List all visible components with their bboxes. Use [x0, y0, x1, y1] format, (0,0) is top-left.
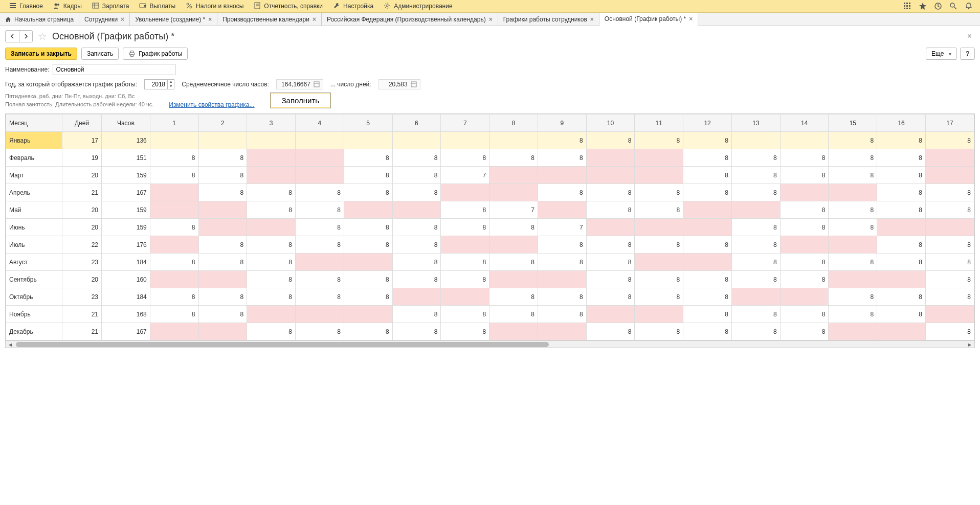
scroll-left-button[interactable]: ◂ — [7, 341, 14, 348]
help-button[interactable]: ? — [960, 48, 975, 60]
day-cell[interactable] — [441, 288, 489, 306]
day-cell[interactable]: 8 — [150, 219, 198, 236]
day-cell[interactable]: 8 — [150, 149, 198, 167]
day-cell[interactable]: 8 — [538, 236, 586, 254]
day-cell[interactable]: 8 — [586, 132, 635, 149]
day-cell[interactable] — [296, 167, 344, 184]
month-cell[interactable]: Октябрь — [6, 288, 62, 306]
hours-cell[interactable]: 184 — [101, 288, 150, 306]
day-cell[interactable] — [296, 306, 344, 323]
day-cell[interactable]: 8 — [344, 271, 392, 288]
col-day-header[interactable]: 3 — [247, 114, 296, 132]
table-row[interactable]: Июнь201598888887888 — [6, 219, 974, 236]
day-cell[interactable] — [247, 132, 296, 149]
day-cell[interactable] — [198, 271, 247, 288]
scroll-right-button[interactable]: ▸ — [966, 341, 973, 348]
day-cell[interactable] — [829, 184, 877, 201]
day-cell[interactable]: 8 — [829, 201, 877, 219]
col-hours-header[interactable]: Часов — [101, 114, 150, 132]
day-cell[interactable]: 8 — [198, 184, 247, 201]
day-cell[interactable]: 8 — [586, 184, 635, 201]
day-cell[interactable]: 8 — [877, 149, 926, 167]
day-cell[interactable]: 8 — [441, 201, 489, 219]
col-month-header[interactable]: Месяц — [6, 114, 62, 132]
days-cell[interactable]: 21 — [62, 323, 102, 340]
day-cell[interactable]: 8 — [247, 184, 296, 201]
day-cell[interactable] — [198, 201, 247, 219]
col-day-header[interactable]: 2 — [198, 114, 247, 132]
day-cell[interactable]: 8 — [780, 306, 829, 323]
hours-cell[interactable]: 167 — [101, 184, 150, 201]
star-icon[interactable] — [919, 2, 927, 10]
day-cell[interactable]: 8 — [683, 236, 732, 254]
days-cell[interactable]: 17 — [62, 132, 102, 149]
day-cell[interactable]: 8 — [926, 236, 974, 254]
day-cell[interactable]: 8 — [780, 254, 829, 271]
table-row[interactable]: Декабрь2116788888888888 — [6, 323, 974, 340]
day-cell[interactable]: 8 — [441, 271, 489, 288]
days-cell[interactable]: 20 — [62, 167, 102, 184]
day-cell[interactable] — [780, 132, 829, 149]
day-cell[interactable]: 8 — [877, 306, 926, 323]
day-cell[interactable]: 8 — [247, 288, 296, 306]
hours-cell[interactable]: 159 — [101, 219, 150, 236]
day-cell[interactable]: 8 — [392, 254, 441, 271]
table-row[interactable]: Апрель21167888888888888 — [6, 184, 974, 201]
day-cell[interactable]: 8 — [441, 306, 489, 323]
day-cell[interactable]: 8 — [538, 254, 586, 271]
day-cell[interactable] — [683, 201, 732, 219]
avg-days-field[interactable]: 20,583 — [378, 79, 420, 89]
col-day-header[interactable]: 16 — [877, 114, 926, 132]
day-cell[interactable]: 8 — [731, 306, 780, 323]
day-cell[interactable]: 8 — [489, 254, 538, 271]
day-cell[interactable] — [586, 149, 635, 167]
day-cell[interactable] — [489, 236, 538, 254]
menu-item[interactable]: Налоги и взносы — [181, 0, 249, 13]
col-day-header[interactable]: 7 — [441, 114, 489, 132]
days-cell[interactable]: 23 — [62, 254, 102, 271]
day-cell[interactable] — [780, 184, 829, 201]
year-up-button[interactable]: ▲ — [168, 80, 174, 84]
table-row[interactable]: Август231848888888888888 — [6, 254, 974, 271]
menu-item[interactable]: Отчетность, справки — [249, 0, 328, 13]
day-cell[interactable]: 8 — [150, 167, 198, 184]
day-cell[interactable]: 8 — [877, 254, 926, 271]
col-day-header[interactable]: 15 — [829, 114, 877, 132]
day-cell[interactable] — [877, 219, 926, 236]
day-cell[interactable]: 8 — [635, 201, 683, 219]
day-cell[interactable]: 8 — [441, 149, 489, 167]
day-cell[interactable]: 8 — [296, 219, 344, 236]
day-cell[interactable]: 8 — [392, 323, 441, 340]
month-cell[interactable]: Сентябрь — [6, 271, 62, 288]
day-cell[interactable]: 8 — [198, 288, 247, 306]
day-cell[interactable]: 8 — [198, 149, 247, 167]
hours-cell[interactable]: 136 — [101, 132, 150, 149]
day-cell[interactable] — [344, 132, 392, 149]
table-row[interactable]: Ноябрь2116888888888888 — [6, 306, 974, 323]
day-cell[interactable]: 8 — [296, 236, 344, 254]
day-cell[interactable]: 8 — [926, 201, 974, 219]
day-cell[interactable]: 8 — [926, 323, 974, 340]
day-cell[interactable]: 8 — [344, 288, 392, 306]
table-row[interactable]: Март201598888788888 — [6, 167, 974, 184]
day-cell[interactable] — [489, 167, 538, 184]
day-cell[interactable]: 8 — [198, 236, 247, 254]
hours-cell[interactable]: 167 — [101, 323, 150, 340]
day-cell[interactable]: 8 — [198, 306, 247, 323]
day-cell[interactable]: 8 — [538, 306, 586, 323]
day-cell[interactable]: 8 — [392, 219, 441, 236]
day-cell[interactable] — [344, 254, 392, 271]
tab-close-button[interactable]: × — [489, 16, 493, 23]
day-cell[interactable]: 8 — [829, 219, 877, 236]
days-cell[interactable]: 21 — [62, 306, 102, 323]
day-cell[interactable] — [150, 201, 198, 219]
col-day-header[interactable]: 10 — [586, 114, 635, 132]
day-cell[interactable] — [150, 323, 198, 340]
day-cell[interactable]: 8 — [441, 254, 489, 271]
month-cell[interactable]: Январь — [6, 132, 62, 149]
name-input[interactable] — [53, 64, 175, 75]
day-cell[interactable] — [926, 306, 974, 323]
day-cell[interactable] — [489, 323, 538, 340]
day-cell[interactable] — [392, 132, 441, 149]
day-cell[interactable]: 8 — [635, 271, 683, 288]
